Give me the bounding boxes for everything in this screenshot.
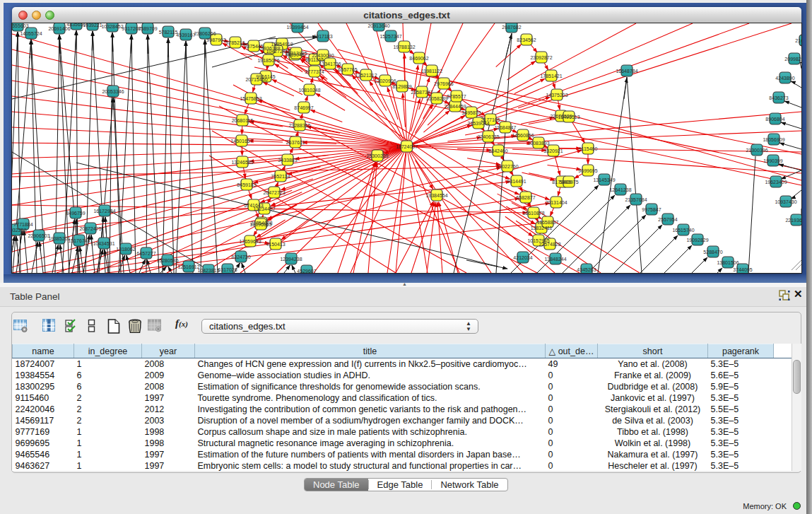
- svg-text:23092872: 23092872: [530, 55, 552, 60]
- svg-text:18056909: 18056909: [763, 137, 784, 142]
- svg-text:6557765: 6557765: [338, 67, 357, 72]
- svg-text:10083893: 10083893: [527, 141, 549, 146]
- svg-text:19623409: 19623409: [765, 180, 787, 185]
- svg-text:13145349: 13145349: [593, 177, 615, 182]
- svg-text:10058289: 10058289: [425, 96, 447, 101]
- svg-text:20691406: 20691406: [48, 26, 70, 31]
- svg-text:4243890: 4243890: [775, 76, 794, 81]
- svg-text:3495870: 3495870: [461, 110, 481, 115]
- svg-text:19384554: 19384554: [425, 193, 447, 198]
- svg-text:10423815: 10423815: [197, 268, 219, 273]
- svg-text:20715450: 20715450: [245, 77, 267, 82]
- svg-text:22574828: 22574828: [539, 242, 560, 247]
- svg-text:2557954: 2557954: [658, 217, 677, 222]
- svg-text:18196865: 18196865: [249, 222, 271, 227]
- svg-text:19385201: 19385201: [48, 236, 70, 241]
- svg-text:14055724: 14055724: [20, 31, 42, 36]
- svg-text:19185076: 19185076: [257, 58, 279, 63]
- svg-text:14560856: 14560856: [512, 133, 534, 138]
- svg-text:13848244: 13848244: [544, 257, 566, 262]
- svg-text:6457277: 6457277: [136, 251, 155, 256]
- svg-text:21300396: 21300396: [746, 148, 767, 153]
- svg-text:19092829: 19092829: [686, 238, 708, 243]
- svg-text:25300235: 25300235: [366, 153, 388, 158]
- svg-text:2976966: 2976966: [434, 81, 453, 86]
- svg-text:19936388: 19936388: [258, 46, 280, 51]
- svg-text:9987903: 9987903: [206, 37, 225, 42]
- svg-text:15280586: 15280586: [156, 258, 178, 263]
- svg-text:19788132: 19788132: [393, 45, 415, 49]
- svg-text:12394238: 12394238: [280, 257, 302, 262]
- svg-text:22844459: 22844459: [444, 104, 466, 109]
- svg-text:6582877: 6582877: [516, 195, 535, 200]
- svg-text:1318062: 1318062: [116, 247, 135, 252]
- svg-text:9699695: 9699695: [578, 168, 597, 173]
- svg-text:9314491: 9314491: [507, 179, 526, 184]
- svg-text:19932259: 19932259: [12, 228, 27, 233]
- svg-text:12641238: 12641238: [609, 187, 631, 192]
- svg-text:13521212: 13521212: [355, 73, 377, 78]
- svg-text:18724007: 18724007: [396, 144, 418, 149]
- svg-text:8129889: 8129889: [392, 84, 411, 89]
- svg-text:9115460: 9115460: [579, 146, 598, 151]
- svg-text:6842460: 6842460: [488, 148, 507, 153]
- svg-text:3744095: 3744095: [733, 267, 752, 272]
- svg-text:21357684: 21357684: [625, 197, 647, 202]
- svg-text:10328452: 10328452: [101, 24, 123, 29]
- svg-text:15257347: 15257347: [379, 34, 401, 39]
- svg-text:2166449: 2166449: [795, 38, 801, 43]
- svg-text:8496759: 8496759: [66, 211, 85, 216]
- svg-text:11658837: 11658837: [537, 220, 559, 225]
- svg-text:1990399: 1990399: [763, 158, 782, 163]
- svg-text:23806266: 23806266: [194, 31, 216, 36]
- svg-text:8324730: 8324730: [231, 255, 250, 259]
- svg-text:1939221: 1939221: [83, 23, 102, 28]
- svg-text:8234562: 8234562: [517, 37, 536, 42]
- svg-text:2687682: 2687682: [502, 25, 521, 30]
- svg-text:20053346: 20053346: [102, 89, 124, 94]
- svg-text:5741643: 5741643: [244, 203, 263, 208]
- svg-text:4539167: 4539167: [176, 33, 195, 37]
- svg-text:20872475: 20872475: [79, 226, 101, 231]
- svg-text:12516912: 12516912: [177, 264, 199, 269]
- svg-text:7771884: 7771884: [13, 222, 33, 227]
- svg-text:23288315: 23288315: [288, 123, 310, 128]
- svg-text:2099828: 2099828: [784, 57, 801, 62]
- svg-text:16496513: 16496513: [558, 115, 579, 119]
- svg-text:19399464: 19399464: [286, 25, 308, 30]
- svg-text:20913640: 20913640: [367, 23, 389, 28]
- svg-text:17851421: 17851421: [540, 74, 562, 78]
- svg-text:8436273: 8436273: [769, 95, 788, 100]
- svg-text:15475853: 15475853: [240, 96, 261, 101]
- svg-text:5782115: 5782115: [159, 30, 178, 35]
- svg-text:11684847: 11684847: [495, 125, 517, 130]
- svg-text:22406335: 22406335: [477, 134, 499, 139]
- svg-text:5893975: 5893975: [559, 180, 578, 185]
- svg-text:22193651: 22193651: [785, 218, 801, 223]
- svg-text:3777374: 3777374: [305, 69, 324, 74]
- svg-text:13246585: 13246585: [231, 160, 253, 165]
- svg-text:5785216: 5785216: [225, 40, 245, 45]
- svg-text:8469062: 8469062: [409, 56, 428, 61]
- svg-text:14375203: 14375203: [546, 93, 567, 98]
- svg-text:4150413: 4150413: [266, 242, 285, 247]
- svg-text:6317026: 6317026: [218, 267, 237, 272]
- svg-text:14501657: 14501657: [230, 139, 252, 144]
- svg-text:16648784: 16648784: [616, 69, 637, 74]
- svg-text:2637611: 2637611: [286, 140, 305, 145]
- svg-text:16172954: 16172954: [93, 209, 115, 214]
- svg-text:5288470: 5288470: [703, 250, 722, 255]
- svg-text:3433883: 3433883: [278, 158, 297, 163]
- svg-text:8785577: 8785577: [447, 94, 466, 99]
- svg-text:8589709: 8589709: [138, 26, 157, 31]
- svg-text:20680115: 20680115: [232, 118, 254, 123]
- svg-text:20131404: 20131404: [545, 200, 567, 205]
- svg-text:8906804: 8906804: [765, 117, 784, 122]
- svg-text:16515740: 16515740: [672, 228, 694, 233]
- svg-text:15176749: 15176749: [68, 238, 90, 243]
- svg-text:7552134: 7552134: [271, 174, 290, 179]
- svg-text:17659643: 17659643: [239, 239, 261, 244]
- svg-text:11981122: 11981122: [421, 69, 442, 74]
- svg-text:13832411: 13832411: [531, 226, 553, 230]
- svg-text:10937430: 10937430: [775, 199, 796, 204]
